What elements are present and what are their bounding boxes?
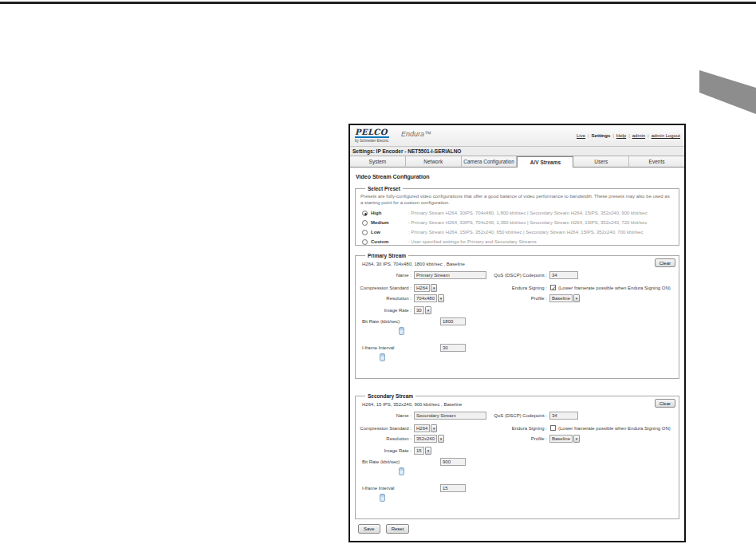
- tab-system[interactable]: System: [350, 156, 406, 168]
- compression-select[interactable]: H264 ▾: [414, 424, 437, 432]
- preset-option-description: : Primary Stream H264, 15IPS, 352x240, 6…: [408, 230, 643, 235]
- bit-rate-row: Bit Rate (kbit/sec): [357, 458, 677, 467]
- image-rate-value: 15: [414, 447, 424, 455]
- settings-breadcrumb: Settings: IP Encoder - NET5501-I-SERIALN…: [350, 147, 684, 156]
- endura-signing-checkbox[interactable]: [550, 285, 556, 290]
- resolution-label: Resolution :: [357, 436, 411, 441]
- admin-link[interactable]: admin: [632, 133, 645, 138]
- name-row: Name : QoS (DSCP) Codepoint :: [357, 271, 677, 280]
- profile-select[interactable]: Baseline ▾: [549, 435, 580, 443]
- tab-network[interactable]: Network: [406, 156, 462, 168]
- page-top-rule: [0, 2, 756, 4]
- chevron-down-icon[interactable]: ▾: [438, 435, 444, 443]
- compression-row: Compression Standard : H264 ▾ Endura Sig…: [357, 284, 677, 293]
- image-rate-label: Image Rate :: [357, 308, 411, 313]
- bit-rate-slider-thumb[interactable]: [399, 467, 404, 475]
- compression-select[interactable]: H264 ▾: [414, 284, 437, 292]
- preset-option-description: : Primary Stream H264, 30IPS, 704x480, 1…: [408, 211, 647, 215]
- bit-rate-label: Bit Rate (kbit/sec): [362, 319, 400, 324]
- profile-label: Profile :: [459, 436, 547, 441]
- settings-link[interactable]: Settings: [592, 133, 611, 138]
- chevron-down-icon[interactable]: ▾: [425, 306, 431, 314]
- compression-value: H264: [414, 284, 430, 292]
- resolution-value: 704x480: [414, 294, 437, 302]
- product-name: Endura™: [401, 130, 431, 138]
- chevron-down-icon[interactable]: ▾: [425, 447, 431, 455]
- clear-button[interactable]: Clear: [655, 258, 675, 267]
- name-row: Name : QoS (DSCP) Codepoint :: [357, 412, 677, 420]
- iframe-interval-input[interactable]: [440, 344, 466, 352]
- radio-low[interactable]: [362, 230, 368, 235]
- qos-input[interactable]: [549, 412, 578, 420]
- endura-signing-checkbox[interactable]: [550, 425, 556, 431]
- chevron-down-icon[interactable]: ▾: [438, 294, 444, 302]
- image-rate-value: 30: [414, 306, 424, 314]
- reset-button[interactable]: Reset: [386, 524, 410, 534]
- bit-rate-input[interactable]: [440, 458, 466, 466]
- encoder-settings-window: PELCO by Schneider Electric Endura™ Live…: [348, 124, 686, 542]
- primary-stream-section: Primary Stream H264, 30 IPS, 704x480, 18…: [355, 255, 679, 379]
- resolution-select[interactable]: 352x240 ▾: [414, 435, 444, 443]
- iframe-interval-slider-thumb[interactable]: [380, 353, 385, 361]
- select-preset-section: Select Preset Presets are fully-configur…: [355, 188, 679, 246]
- tab-bar: System Network Camera Configuration A/V …: [350, 156, 684, 168]
- resolution-value: 352x240: [414, 435, 437, 443]
- preset-option-description: : User specified settings for Primary an…: [408, 239, 537, 244]
- pelco-logo: PELCO: [355, 128, 389, 138]
- image-rate-select[interactable]: 15 ▾: [414, 447, 431, 455]
- action-buttons: Save Reset: [358, 524, 409, 534]
- chevron-down-icon[interactable]: ▾: [431, 284, 437, 292]
- iframe-interval-slider-thumb[interactable]: [380, 494, 385, 502]
- chevron-down-icon[interactable]: ▾: [431, 424, 437, 432]
- tab-av-streams[interactable]: A/V Streams: [517, 156, 573, 168]
- save-button[interactable]: Save: [358, 524, 380, 534]
- help-link[interactable]: Help: [616, 133, 626, 138]
- live-link[interactable]: Live: [577, 133, 585, 138]
- preset-option-medium[interactable]: Medium : Primary Stream H264, 30IPS, 704…: [362, 219, 675, 227]
- iframe-interval-row: I-frame Interval: [357, 484, 677, 493]
- bit-rate-row: Bit Rate (kbit/sec): [357, 317, 677, 326]
- image-rate-row: Image Rate : 30 ▾: [357, 306, 677, 315]
- image-rate-row: Image Rate : 15 ▾: [357, 447, 677, 455]
- bit-rate-input[interactable]: [440, 317, 466, 325]
- profile-select[interactable]: Baseline ▾: [549, 294, 580, 302]
- iframe-interval-row: I-frame Interval: [357, 344, 677, 353]
- secondary-stream-section: Secondary Stream H264, 15 IPS, 352x240, …: [355, 396, 679, 519]
- iframe-interval-label: I-frame Interval: [362, 345, 394, 350]
- chevron-down-icon[interactable]: ▾: [573, 435, 580, 443]
- logout-link[interactable]: admin Logout: [652, 133, 680, 138]
- preset-option-custom[interactable]: Custom : User specified settings for Pri…: [362, 238, 675, 246]
- endura-signing-label: Endura Signing :: [459, 286, 547, 290]
- preset-option-label: Low: [371, 230, 380, 235]
- tab-camera-configuration[interactable]: Camera Configuration: [462, 156, 518, 168]
- tab-users[interactable]: Users: [573, 156, 629, 168]
- image-rate-select[interactable]: 30 ▾: [414, 306, 431, 314]
- chevron-down-icon[interactable]: ▾: [573, 294, 580, 302]
- pelco-logo-subtext: by Schneider Electric: [355, 139, 388, 143]
- radio-medium[interactable]: [362, 220, 368, 226]
- radio-high[interactable]: [362, 211, 368, 216]
- page-title: Video Stream Configuration: [356, 174, 429, 179]
- resolution-label: Resolution :: [357, 296, 411, 301]
- clear-button[interactable]: Clear: [655, 399, 675, 408]
- compression-label: Compression Standard :: [357, 426, 411, 431]
- qos-label: QoS (DSCP) Codepoint :: [459, 413, 547, 418]
- content-area: Video Stream Configuration Select Preset…: [350, 168, 684, 541]
- preset-option-description: : Primary Stream H264, 30IPS, 704x240, 1…: [408, 220, 647, 225]
- name-label: Name :: [357, 413, 411, 418]
- image-rate-label: Image Rate :: [357, 448, 411, 453]
- profile-label: Profile :: [459, 296, 547, 301]
- qos-input[interactable]: [549, 271, 578, 279]
- tab-events[interactable]: Events: [629, 156, 684, 168]
- link-separator: |: [612, 133, 614, 138]
- endura-signing-note: (Lower framerate possible when Endura Si…: [558, 286, 671, 290]
- bit-rate-slider-thumb[interactable]: [399, 327, 404, 335]
- preset-option-high[interactable]: High : Primary Stream H264, 30IPS, 704x4…: [362, 210, 675, 218]
- radio-custom[interactable]: [362, 239, 368, 245]
- iframe-interval-input[interactable]: [440, 484, 466, 492]
- resolution-row: Resolution : 704x480 ▾ Profile : Baselin…: [357, 294, 677, 303]
- stream-summary: H264, 30 IPS, 704x480, 1800 kbit/sec , B…: [362, 262, 465, 266]
- profile-value: Baseline: [549, 294, 573, 302]
- preset-option-low[interactable]: Low : Primary Stream H264, 15IPS, 352x24…: [362, 229, 675, 237]
- resolution-select[interactable]: 704x480 ▾: [414, 294, 444, 302]
